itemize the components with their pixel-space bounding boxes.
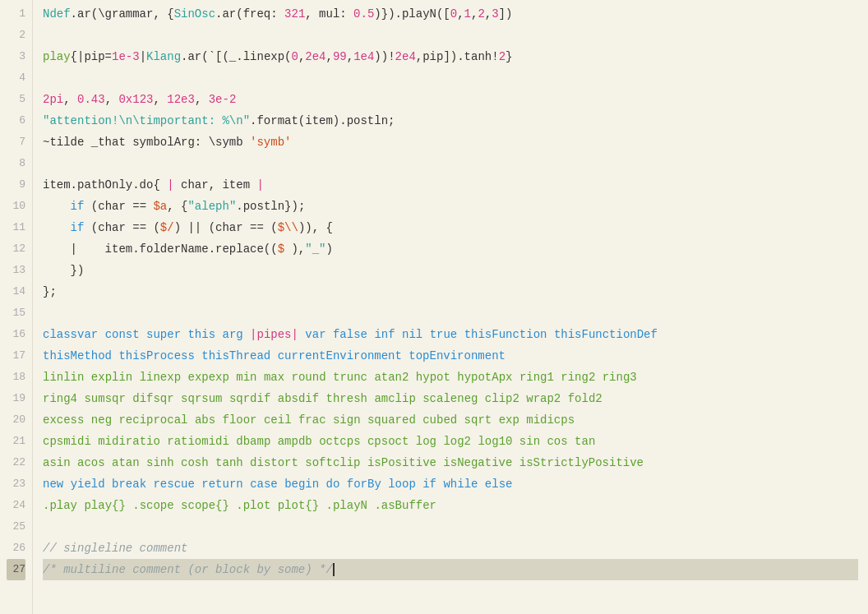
code-line-3: play{|pip=1e-3|Klang.ar(`[(_.linexp(0,2e… xyxy=(43,46,858,67)
code-line-5: 2pi, 0.43, 0x123, 12e3, 3e-2 xyxy=(43,89,858,110)
code-line-15 xyxy=(43,302,858,324)
code-line-10: if (char == $a, {"aleph".postln}); xyxy=(43,196,858,217)
code-content[interactable]: Ndef.ar(\grammar, {SinOsc.ar(freq: 321, … xyxy=(33,0,868,614)
line-num-9: 9 xyxy=(7,174,25,196)
code-line-17: thisMethod thisProcess thisThread curren… xyxy=(43,345,858,367)
code-line-16: classvar const super this arg |pipes| va… xyxy=(43,324,858,345)
line-numbers: 1 2 3 4 5 6 7 8 9 10 11 12 13 14 15 16 1… xyxy=(0,0,33,614)
code-line-13: }) xyxy=(43,260,858,281)
line-num-12: 12 xyxy=(7,238,25,260)
code-line-11: if (char == ($/) || (char == ($\\)), { xyxy=(43,217,858,238)
line-num-6: 6 xyxy=(7,110,25,132)
code-line-24: .play play{} .scope scope{} .plot plot{}… xyxy=(43,495,858,516)
code-line-26: // singleline comment xyxy=(43,538,858,559)
code-line-19: ring4 sumsqr difsqr sqrsum sqrdif absdif… xyxy=(43,388,858,409)
code-line-2 xyxy=(43,25,858,46)
line-num-3: 3 xyxy=(7,46,25,67)
line-num-8: 8 xyxy=(7,153,25,174)
code-line-1: Ndef.ar(\grammar, {SinOsc.ar(freq: 321, … xyxy=(43,3,858,25)
code-line-6: "attention!\n\timportant: %\n".format(it… xyxy=(43,110,858,132)
code-line-14: }; xyxy=(43,281,858,302)
line-num-16: 16 xyxy=(7,324,25,345)
line-num-11: 11 xyxy=(7,217,25,238)
line-num-20: 20 xyxy=(7,409,25,431)
line-num-15: 15 xyxy=(7,302,25,324)
code-line-25 xyxy=(43,516,858,538)
line-num-13: 13 xyxy=(7,260,25,281)
line-num-21: 21 xyxy=(7,431,25,452)
code-editor[interactable]: 1 2 3 4 5 6 7 8 9 10 11 12 13 14 15 16 1… xyxy=(0,0,868,614)
code-line-23: new yield break rescue return case begin… xyxy=(43,473,858,495)
line-num-18: 18 xyxy=(7,367,25,388)
line-num-7: 7 xyxy=(7,132,25,153)
line-num-17: 17 xyxy=(7,345,25,367)
line-num-2: 2 xyxy=(7,25,25,46)
code-line-18: linlin explin linexp expexp min max roun… xyxy=(43,367,858,388)
line-num-22: 22 xyxy=(7,452,25,473)
line-num-27: 27 xyxy=(7,559,25,580)
code-line-12: | item.folderName.replace(($ ),"_") xyxy=(43,238,858,260)
line-num-5: 5 xyxy=(7,89,25,110)
code-line-27: /* multiline comment (or block by some) … xyxy=(43,559,858,580)
line-num-25: 25 xyxy=(7,516,25,538)
code-line-4 xyxy=(43,67,858,89)
code-line-8 xyxy=(43,153,858,174)
line-num-14: 14 xyxy=(7,281,25,302)
line-num-1: 1 xyxy=(7,3,25,25)
line-num-26: 26 xyxy=(7,538,25,559)
line-num-19: 19 xyxy=(7,388,25,409)
line-num-23: 23 xyxy=(7,473,25,495)
line-num-24: 24 xyxy=(7,495,25,516)
code-line-20: excess neg reciprocal abs floor ceil fra… xyxy=(43,409,858,431)
code-line-9: item.pathOnly.do{ | char, item | xyxy=(43,174,858,196)
code-line-21: cpsmidi midiratio ratiomidi dbamp ampdb … xyxy=(43,431,858,452)
line-num-4: 4 xyxy=(7,67,25,89)
line-num-10: 10 xyxy=(7,196,25,217)
code-line-7: ~tilde _that symbolArg: \symb 'symb' xyxy=(43,132,858,153)
code-line-22: asin acos atan sinh cosh tanh distort so… xyxy=(43,452,858,473)
